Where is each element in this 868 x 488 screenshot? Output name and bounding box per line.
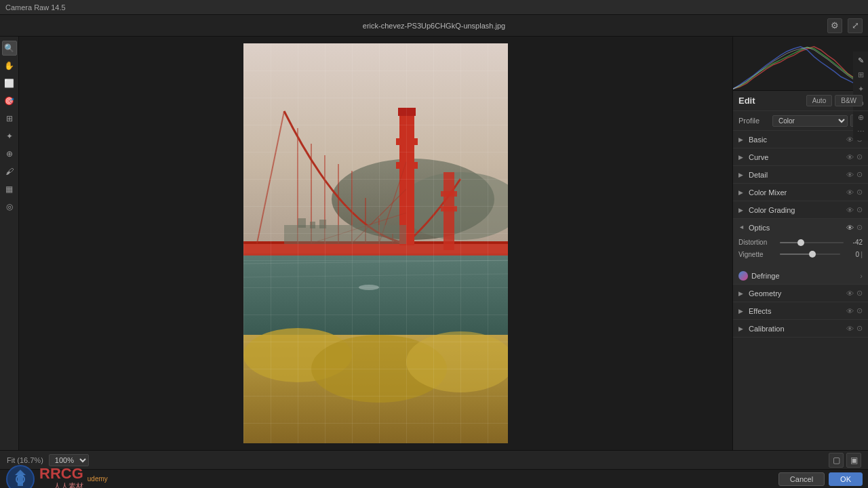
status-bar: Fit (16.7%) 100% 50% 25% 200% ▢ ▣ bbox=[0, 450, 868, 469]
vignette-slider[interactable] bbox=[780, 253, 840, 255]
edit-label: Edit bbox=[738, 96, 755, 106]
detail-eye-icon[interactable]: 👁 bbox=[846, 171, 854, 179]
detail-title: Detail bbox=[749, 171, 768, 179]
distortion-label: Distortion bbox=[738, 239, 776, 246]
effects-section-header[interactable]: ▶ Effects 👁 ⊙ bbox=[733, 302, 868, 319]
svg-rect-31 bbox=[284, 225, 406, 244]
color-grading-info-icon[interactable]: ⊙ bbox=[856, 205, 863, 214]
watermark-logo bbox=[5, 464, 35, 489]
watermark-text: RRCG 人人素材 bbox=[39, 466, 83, 488]
effects-section: ▶ Effects 👁 ⊙ bbox=[733, 302, 868, 320]
optics-info-icon[interactable]: ⊙ bbox=[856, 223, 863, 232]
calibration-eye-icon[interactable]: 👁 bbox=[846, 325, 854, 333]
profile-select-wrap: Color Adobe Standard Adobe Landscape ⊞ bbox=[772, 115, 863, 127]
svg-rect-6 bbox=[243, 243, 508, 256]
effects-title: Effects bbox=[749, 307, 771, 315]
defringe-icon bbox=[738, 271, 748, 281]
curve-info-icon[interactable]: ⊙ bbox=[856, 152, 863, 161]
color-mixer-section-header[interactable]: ▶ Color Mixer 👁 ⊙ bbox=[733, 184, 868, 201]
color-grading-eye-icon[interactable]: 👁 bbox=[846, 206, 854, 214]
geometry-info-icon[interactable]: ⊙ bbox=[856, 289, 863, 298]
edit-icon[interactable]: ✎ bbox=[854, 54, 867, 66]
distortion-value: -42 bbox=[848, 239, 863, 246]
curve-section: ▶ Curve 👁 ⊙ bbox=[733, 148, 868, 166]
detail-chevron: ▶ bbox=[738, 171, 745, 178]
cancel-button[interactable]: Cancel bbox=[778, 472, 825, 486]
detail-section-header[interactable]: ▶ Detail 👁 ⊙ bbox=[733, 166, 868, 183]
svg-rect-9 bbox=[396, 138, 418, 145]
histogram bbox=[733, 37, 868, 91]
svg-rect-34 bbox=[319, 220, 326, 228]
settings-button[interactable]: ⚙ bbox=[827, 18, 842, 33]
more-icon[interactable]: ⋯ bbox=[854, 125, 867, 138]
detail-section: ▶ Detail 👁 ⊙ bbox=[733, 166, 868, 184]
zoom-tool[interactable]: 🔍 bbox=[2, 41, 17, 56]
profile-row: Profile Color Adobe Standard Adobe Lands… bbox=[733, 111, 868, 131]
curve-title: Curve bbox=[749, 153, 768, 161]
color-mixer-info-icon[interactable]: ⊙ bbox=[856, 188, 863, 197]
profile-label: Profile bbox=[738, 117, 760, 125]
curve-section-header[interactable]: ▶ Curve 👁 ⊙ bbox=[733, 148, 868, 165]
red-eye-tool[interactable]: ⊕ bbox=[2, 146, 17, 161]
calibration-title: Calibration bbox=[749, 325, 785, 333]
geometry-eye-icon[interactable]: 👁 bbox=[846, 289, 854, 298]
radial-filter[interactable]: ◎ bbox=[2, 199, 17, 214]
left-toolbar: 🔍 ✋ ⬜ 🎯 ⊞ ✦ ⊕ 🖌 ▦ ◎ bbox=[0, 37, 19, 450]
title-bar: Camera Raw 14.5 bbox=[0, 0, 868, 15]
effects-eye-icon[interactable]: 👁 bbox=[846, 307, 854, 315]
optics-section-header[interactable]: ▼ Optics 👁 ⊙ bbox=[733, 219, 868, 236]
svg-rect-11 bbox=[398, 108, 416, 116]
color-mixer-chevron: ▶ bbox=[738, 189, 745, 196]
color-grading-section-header[interactable]: ▶ Color Grading 👁 ⊙ bbox=[733, 201, 868, 218]
color-sampler-tool[interactable]: 🎯 bbox=[2, 94, 17, 108]
view-single-button[interactable]: ▢ bbox=[829, 453, 844, 468]
graduated-filter[interactable]: ▦ bbox=[2, 182, 17, 197]
geometry-chevron: ▶ bbox=[738, 290, 745, 297]
color-mixer-eye-icon[interactable]: 👁 bbox=[846, 188, 854, 197]
fit-status: Fit (16.7%) bbox=[7, 456, 43, 464]
distortion-slider[interactable] bbox=[780, 242, 844, 243]
detail-info-icon[interactable]: ⊙ bbox=[856, 170, 863, 179]
calibration-info-icon[interactable]: ⊙ bbox=[856, 324, 863, 333]
geometry-section-header[interactable]: ▶ Geometry 👁 ⊙ bbox=[733, 285, 868, 302]
svg-point-35 bbox=[359, 285, 379, 290]
auto-button[interactable]: Auto bbox=[806, 95, 833, 106]
basic-section-header[interactable]: ▶ Basic 👁 ⊙ bbox=[733, 131, 868, 148]
effects-info-icon[interactable]: ⊙ bbox=[856, 306, 863, 315]
optics-section: ▼ Optics 👁 ⊙ Distortion bbox=[733, 219, 868, 285]
calibration-section-header[interactable]: ▶ Calibration 👁 ⊙ bbox=[733, 320, 868, 337]
vignette-label: Vignette bbox=[738, 251, 776, 258]
white-balance-tool[interactable]: ⬜ bbox=[2, 76, 17, 91]
watermark-chinese: 人人素材 bbox=[54, 481, 83, 488]
basic-title: Basic bbox=[749, 136, 767, 144]
defringe-label: Defringe bbox=[751, 272, 780, 280]
color-grading-chevron: ▶ bbox=[738, 207, 745, 214]
status-icons: ▢ ▣ bbox=[829, 453, 861, 468]
bw-button[interactable]: B&W bbox=[835, 95, 863, 106]
curve-eye-icon[interactable]: 👁 bbox=[846, 153, 854, 161]
vignette-row: Vignette 0 | bbox=[738, 250, 863, 258]
view-compare-button[interactable]: ▣ bbox=[846, 453, 861, 468]
app-title: Camera Raw 14.5 bbox=[5, 3, 66, 12]
optics-eye-icon[interactable]: 👁 bbox=[846, 224, 854, 232]
expand-button[interactable]: ⤢ bbox=[848, 18, 863, 33]
photo-container bbox=[243, 43, 508, 443]
curve-chevron: ▶ bbox=[738, 154, 745, 161]
main-area: 🔍 ✋ ⬜ 🎯 ⊞ ✦ ⊕ 🖌 ▦ ◎ bbox=[0, 37, 868, 450]
edit-header: Edit Auto B&W bbox=[733, 91, 868, 111]
svg-rect-10 bbox=[396, 162, 418, 169]
calibration-section: ▶ Calibration 👁 ⊙ bbox=[733, 320, 868, 338]
redeye-icon[interactable]: ⊕ bbox=[854, 111, 867, 123]
ok-button[interactable]: OK bbox=[829, 472, 863, 486]
defringe-arrow: › bbox=[860, 272, 863, 280]
profile-select[interactable]: Color Adobe Standard Adobe Landscape bbox=[772, 115, 848, 127]
healing-tool[interactable]: ✦ bbox=[2, 129, 17, 144]
crop-tool[interactable]: ⊞ bbox=[2, 111, 17, 126]
adjustment-brush[interactable]: 🖌 bbox=[2, 164, 17, 179]
svg-rect-14 bbox=[441, 206, 457, 211]
canvas-area[interactable] bbox=[19, 37, 732, 450]
crop-icon[interactable]: ⊞ bbox=[854, 68, 867, 81]
defringe-row[interactable]: Defringe › bbox=[733, 268, 868, 284]
hand-tool[interactable]: ✋ bbox=[2, 58, 17, 73]
svg-rect-13 bbox=[441, 191, 457, 197]
